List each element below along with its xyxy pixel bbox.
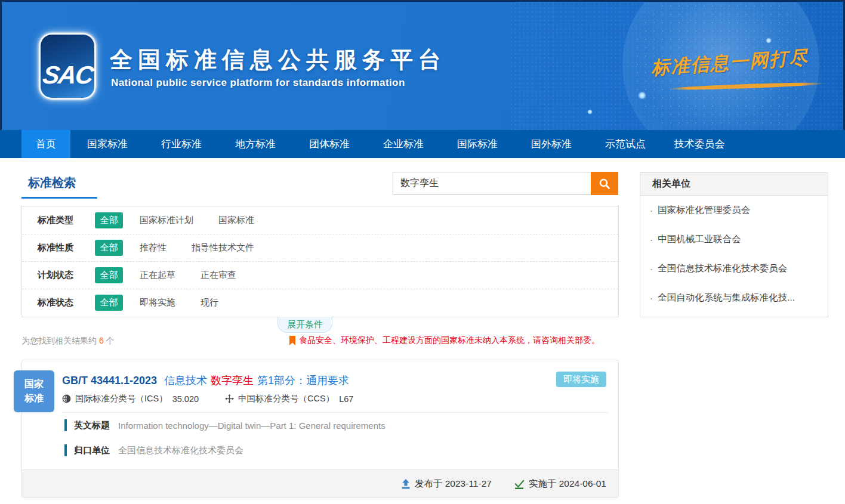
- filter-row-standard-type: 标准类型 全部 国家标准计划 国家标准: [22, 206, 618, 234]
- implemented-date-item: 实施于 2024-06-01: [514, 478, 606, 490]
- english-title-label: 英文标题: [74, 420, 110, 431]
- filter-panel: 标准类型 全部 国家标准计划 国家标准 标准性质 全部 推荐性 指导性技术文件 …: [21, 206, 619, 317]
- filter-option[interactable]: 指导性技术文件: [192, 242, 254, 253]
- sidebar-item-automation-committee[interactable]: 全国自动化系统与集成标准化技...: [640, 283, 828, 313]
- nav-item-industry-standards[interactable]: 行业标准: [144, 130, 218, 158]
- expand-conditions-button[interactable]: 展开条件: [277, 317, 332, 333]
- sac-logo: SAC: [39, 33, 96, 100]
- filter-option[interactable]: 国家标准计划: [140, 215, 193, 226]
- standard-code: GB/T 43441.1-2023: [62, 375, 157, 387]
- filter-row-standard-status: 标准状态 全部 即将实施 现行: [22, 289, 618, 316]
- committee-value: 全国信息技术标准化技术委员会: [118, 445, 243, 456]
- bookmark-icon: [289, 336, 295, 345]
- result-count-number: 6: [99, 336, 104, 345]
- search-tab-underline: [21, 197, 97, 199]
- related-units-title: 相关单位: [640, 173, 828, 196]
- search-button[interactable]: [591, 172, 618, 195]
- english-title-row: 英文标题 Information technology—Digital twin…: [64, 419, 386, 431]
- related-units-panel: 相关单位 国家标准化管理委员会 中国机械工业联合会 全国信息技术标准化技术委员会…: [640, 172, 828, 317]
- committee-label: 归口单位: [74, 445, 110, 456]
- nav-item-foreign-standards[interactable]: 国外标准: [514, 130, 588, 158]
- filter-option[interactable]: 正在起草: [140, 270, 175, 281]
- detail-accent-bar: [64, 419, 67, 431]
- result-count: 为您找到相关结果约 6 个: [21, 336, 115, 347]
- filter-all-button[interactable]: 全部: [95, 212, 123, 228]
- filter-option[interactable]: 正在审查: [201, 270, 236, 281]
- card-divider: [62, 412, 607, 413]
- implemented-date: 2024-06-01: [559, 478, 606, 489]
- search-input[interactable]: [393, 172, 591, 195]
- standard-type-badge: 国家 标准: [14, 370, 54, 412]
- card-footer: 发布于 2023-11-27 实施于 2024-06-01: [22, 469, 618, 497]
- expand-conditions-label: 展开条件: [287, 319, 323, 330]
- type-badge-line1: 国家: [24, 377, 44, 391]
- sidebar-item-it-standardization-committee[interactable]: 全国信息技术标准化技术委员会: [640, 254, 828, 283]
- site-title: 全国标准信息公共服务平台: [110, 45, 446, 75]
- sidebar-item-machinery-federation[interactable]: 中国机械工业联合会: [640, 225, 828, 254]
- spark-dot: [587, 109, 593, 115]
- english-title-value: Information technology—Digital twin—Part…: [118, 420, 386, 431]
- ccs-meta: 中国标准分类号（CCS） L67: [225, 393, 353, 404]
- filter-label: 标准类型: [38, 215, 95, 226]
- filter-all-button[interactable]: 全部: [95, 267, 123, 283]
- sidebar-item-sac[interactable]: 国家标准化管理委员会: [640, 196, 828, 225]
- classification-row: 国际标准分类号（ICS） 35.020 中国标准分类号（CCS） L67: [62, 393, 380, 404]
- sac-logo-text: SAC: [41, 61, 94, 89]
- filter-option[interactable]: 推荐性: [140, 242, 166, 253]
- filter-label: 标准状态: [38, 297, 95, 308]
- nav-item-home[interactable]: 首页: [21, 130, 70, 158]
- search-icon: [599, 178, 610, 190]
- standard-title-part2: 第1部分：通用要求: [257, 373, 349, 388]
- search-section-title: 标准检索: [28, 175, 76, 191]
- detail-accent-bar: [64, 444, 67, 456]
- globe-icon: [62, 394, 71, 403]
- page: SAC 全国标准信息公共服务平台 National public service…: [0, 0, 845, 504]
- published-label: 发布于: [415, 478, 443, 490]
- filter-label: 标准性质: [38, 242, 95, 253]
- nav-item-technical-committee[interactable]: 技术委员会: [662, 130, 736, 158]
- filter-option[interactable]: 国家标准: [218, 215, 254, 226]
- standard-title-highlight: 数字孪生: [211, 373, 254, 388]
- nav-item-enterprise-standards[interactable]: 企业标准: [366, 130, 440, 158]
- filter-label: 计划状态: [38, 270, 95, 281]
- filter-option[interactable]: 即将实施: [140, 297, 175, 308]
- standard-result-card: 国家 标准 GB/T 43441.1-2023 信息技术 数字孪生 第1部分：通…: [21, 360, 619, 498]
- main-nav: 首页 国家标准 行业标准 地方标准 团体标准 企业标准 国际标准 国外标准 示范…: [0, 130, 845, 158]
- published-date-item: 发布于 2023-11-27: [401, 478, 492, 490]
- filter-all-button[interactable]: 全部: [95, 295, 123, 311]
- ccs-value: L67: [339, 394, 353, 404]
- filter-row-standard-nature: 标准性质 全部 推荐性 指导性技术文件: [22, 234, 618, 261]
- committee-row: 归口单位 全国信息技术标准化技术委员会: [64, 444, 243, 456]
- nav-item-international-standards[interactable]: 国际标准: [440, 130, 514, 158]
- standard-title-link[interactable]: GB/T 43441.1-2023 信息技术 数字孪生 第1部分：通用要求: [62, 373, 349, 388]
- compass-icon: [225, 394, 234, 403]
- filter-all-button[interactable]: 全部: [95, 240, 123, 256]
- type-badge-line2: 标准: [24, 391, 44, 406]
- ccs-label: 中国标准分类号（CCS）: [238, 393, 334, 404]
- ics-value: 35.020: [172, 394, 199, 404]
- standard-title-part1: 信息技术: [164, 373, 207, 388]
- implement-check-icon: [514, 479, 525, 489]
- spark-dot: [638, 91, 646, 100]
- system-notice: 食品安全、环境保护、工程建设方面的国家标准未纳入本系统，请咨询相关部委。: [289, 335, 600, 346]
- filter-option[interactable]: 现行: [201, 297, 218, 308]
- published-date: 2023-11-27: [445, 478, 492, 489]
- filter-row-plan-status: 计划状态 全部 正在起草 正在审查: [22, 261, 618, 289]
- nav-item-local-standards[interactable]: 地方标准: [218, 130, 292, 158]
- ics-label: 国际标准分类号（ICS）: [75, 393, 168, 404]
- result-count-prefix: 为您找到相关结果约: [21, 336, 99, 345]
- nav-item-national-standards[interactable]: 国家标准: [70, 130, 144, 158]
- result-count-suffix: 个: [104, 336, 115, 345]
- nav-item-pilot[interactable]: 示范试点: [588, 130, 662, 158]
- header-banner: SAC 全国标准信息公共服务平台 National public service…: [0, 0, 845, 130]
- publish-upload-icon: [401, 479, 411, 489]
- implemented-label: 实施于: [529, 478, 557, 490]
- spark-dot: [766, 38, 772, 44]
- nav-item-group-standards[interactable]: 团体标准: [292, 130, 366, 158]
- notice-text: 食品安全、环境保护、工程建设方面的国家标准未纳入本系统，请咨询相关部委。: [299, 335, 600, 346]
- site-subtitle: National public service platform for sta…: [111, 77, 405, 89]
- ics-meta: 国际标准分类号（ICS） 35.020: [62, 393, 199, 404]
- status-badge: 即将实施: [556, 372, 606, 387]
